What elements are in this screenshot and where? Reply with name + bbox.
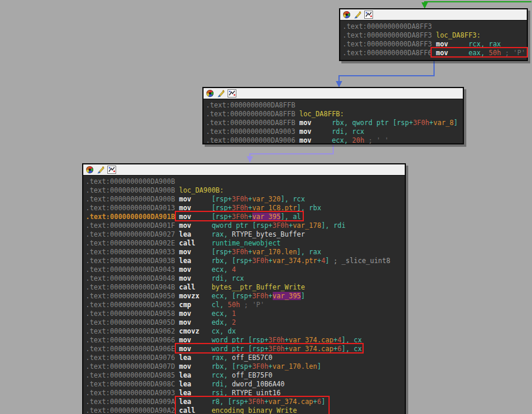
asm-token-reg[interactable]: rbx, [rsp+ xyxy=(212,257,252,265)
asm-line[interactable]: .text:0000000000DA8FFB xyxy=(206,101,463,110)
asm-token-reg[interactable]: rax, xyxy=(212,230,232,238)
asm-token-addr[interactable]: .text:0000000000DA9013 xyxy=(86,204,179,212)
asm-line[interactable]: .text:0000000000DA8FF3 xyxy=(343,22,527,31)
asm-token-num[interactable]: 3F0h xyxy=(269,345,285,353)
asm-token-mn[interactable]: mov xyxy=(179,195,191,203)
asm-token-addr[interactable]: .text:0000000000DA901F xyxy=(86,221,179,230)
asm-token-addr[interactable]: .text:0000000000DA9043 xyxy=(86,265,179,274)
asm-line[interactable]: .text:0000000000DA904B call bytes__ptr_B… xyxy=(86,283,405,292)
asm-token-num[interactable]: 6 xyxy=(317,398,321,406)
asm-token-mn[interactable]: call xyxy=(179,283,195,291)
asm-line[interactable]: .text:0000000000DA908C lea rdi, dword_10… xyxy=(86,380,405,389)
asm-token-reg[interactable]: rbx, qword ptr [rsp+ xyxy=(332,119,413,127)
asm-line[interactable]: .text:0000000000DA9093 lea rsi, RTYPE_ui… xyxy=(86,389,405,398)
asm-token-reg[interactable]: ] xyxy=(453,119,458,127)
asm-token-addr[interactable]: .text:0000000000DA8FF6 xyxy=(343,49,436,57)
asm-token-reg[interactable]: + xyxy=(429,119,433,127)
asm-token-reg[interactable]: ] xyxy=(321,398,326,406)
asm-token-addr[interactable]: .text:0000000000DA8FFB xyxy=(206,119,299,127)
asm-token-addr[interactable]: .text:0000000000DA905D xyxy=(86,318,179,327)
asm-token-mn[interactable]: mov xyxy=(179,362,191,371)
asm-token-reg[interactable]: ], al xyxy=(280,213,301,221)
asm-token-reg[interactable]: + xyxy=(313,398,317,406)
asm-token-num[interactable]: 3F0h xyxy=(232,195,248,203)
asm-token-sp[interactable] xyxy=(191,274,212,282)
asm-token-sp[interactable] xyxy=(199,327,212,335)
asm-token-addr[interactable]: .text:0000000000DA9033 xyxy=(86,248,179,256)
asm-token-label[interactable]: encoding_binary_Write xyxy=(212,406,297,414)
asm-token-sp[interactable] xyxy=(191,345,212,353)
asm-token-sp[interactable] xyxy=(311,136,332,144)
asm-token-addr[interactable]: .text:0000000000DA900B xyxy=(86,177,175,186)
asm-token-mn[interactable]: mov xyxy=(179,336,191,344)
asm-token-var[interactable]: var_178 xyxy=(293,221,321,230)
asm-token-label[interactable]: loc_DA8FF3: xyxy=(436,31,480,39)
asm-token-sp[interactable] xyxy=(191,265,212,274)
asm-token-addr[interactable]: .text:0000000000DA9006 xyxy=(206,136,299,144)
asm-token-cmt2[interactable]: ; _slice_uint8 xyxy=(330,257,391,265)
asm-token-num[interactable]: 3F0h xyxy=(252,362,269,371)
asm-token-sp[interactable] xyxy=(195,239,212,247)
asm-token-num[interactable]: 3F0h xyxy=(232,213,248,221)
asm-line[interactable]: .text:0000000000DA9003 mov rdi, rcx xyxy=(206,127,463,136)
asm-token-num[interactable]: 2 xyxy=(232,318,236,327)
asm-token-mn[interactable]: lea xyxy=(179,371,191,379)
asm-token-label[interactable]: loc_DA900B: xyxy=(179,186,223,194)
asm-token-num[interactable]: 3F0h xyxy=(248,398,265,406)
asm-token-mn[interactable]: lea xyxy=(179,389,191,397)
asm-token-reg[interactable]: word ptr [rsp+ xyxy=(212,345,269,353)
asm-token-reg[interactable]: rdi, rcx xyxy=(332,127,364,136)
asm-token-sp[interactable] xyxy=(191,371,212,379)
color-wheel-icon[interactable] xyxy=(85,166,94,174)
asm-token-mn[interactable]: mov xyxy=(179,345,191,353)
asm-token-label[interactable]: loc_DA8FFB: xyxy=(299,110,344,118)
asm-token-sp[interactable] xyxy=(191,389,212,397)
asm-line[interactable]: .text:0000000000DA9027 lea rax, RTYPE_by… xyxy=(86,230,405,239)
edit-pencil-icon[interactable] xyxy=(353,11,362,19)
asm-token-addr[interactable]: .text:0000000000DA9003 xyxy=(206,127,299,136)
asm-line[interactable]: .text:0000000000DA900B loc_DA900B: xyxy=(86,186,405,195)
asm-token-num[interactable]: 3F0h xyxy=(273,221,289,230)
asm-line[interactable]: .text:0000000000DA9048 mov rdi, rcx xyxy=(86,274,405,283)
asm-line[interactable]: .text:0000000000DA9058 mov ecx, 1 xyxy=(86,309,405,318)
asm-token-sp[interactable] xyxy=(448,40,469,48)
asm-token-var[interactable]: var_170.len xyxy=(273,362,317,371)
asm-line[interactable]: .text:0000000000DA8FF6 mov eax, 50h ; 'P… xyxy=(343,49,527,58)
asm-token-addr[interactable]: .text:0000000000DA9066 xyxy=(86,336,179,344)
asm-token-var[interactable]: var_374.cap xyxy=(269,398,313,406)
graph-view-icon[interactable] xyxy=(364,11,373,19)
asm-token-mn[interactable]: cmp xyxy=(179,301,191,309)
node-loc_DA8FF3[interactable]: .text:0000000000DA8FF3.text:0000000000DA… xyxy=(339,8,528,61)
asm-token-reg[interactable]: + xyxy=(265,398,269,406)
asm-token-addr[interactable]: .text:0000000000DA900B xyxy=(86,186,179,194)
asm-token-num[interactable]: 3F0h xyxy=(232,248,248,256)
asm-token-reg[interactable]: rbx, [rsp+ xyxy=(212,362,252,371)
asm-token-num[interactable]: 4 xyxy=(232,265,236,274)
asm-line[interactable]: .text:0000000000DA9043 mov ecx, 4 xyxy=(86,265,405,274)
asm-token-reg[interactable]: rsi, xyxy=(212,389,232,397)
graph-canvas[interactable]: .text:0000000000DA8FF3.text:0000000000DA… xyxy=(0,0,532,414)
asm-token-mn[interactable]: lea xyxy=(179,380,191,388)
asm-token-mn[interactable]: mov xyxy=(179,274,191,282)
asm-token-addr[interactable]: .text:0000000000DA9050 xyxy=(86,292,179,300)
asm-token-mn[interactable]: mov xyxy=(179,221,191,230)
asm-token-addr[interactable]: .text:0000000000DA8FF3 xyxy=(343,40,436,48)
edit-pencil-icon[interactable] xyxy=(96,166,105,174)
asm-token-reg[interactable]: + xyxy=(269,292,273,300)
asm-token-num[interactable]: 3F0h xyxy=(252,292,269,300)
asm-token-mn[interactable]: cmovz xyxy=(179,327,199,335)
asm-token-reg[interactable]: ] xyxy=(326,257,330,265)
asm-token-reg[interactable]: rcx, rax xyxy=(469,40,501,48)
asm-token-reg[interactable]: eax, xyxy=(469,49,489,57)
asm-token-reg[interactable]: cl, xyxy=(212,301,228,309)
asm-token-num[interactable]: 4 xyxy=(321,257,326,265)
asm-token-reg[interactable]: cx, dx xyxy=(212,327,236,335)
asm-token-sp[interactable] xyxy=(191,257,212,265)
asm-token-name[interactable]: off_EB75F0 xyxy=(232,371,272,379)
asm-token-name[interactable]: RTYPE_uint16 xyxy=(232,389,280,397)
asm-line[interactable]: .text:0000000000DA8FFB loc_DA8FFB: xyxy=(206,110,463,119)
asm-token-var[interactable]: var_1C8.ptr xyxy=(252,204,297,212)
asm-token-var[interactable]: var_374.cap xyxy=(289,345,333,353)
asm-token-addr[interactable]: .text:0000000000DA8FFB xyxy=(206,110,299,118)
asm-token-reg[interactable]: + xyxy=(269,362,273,371)
